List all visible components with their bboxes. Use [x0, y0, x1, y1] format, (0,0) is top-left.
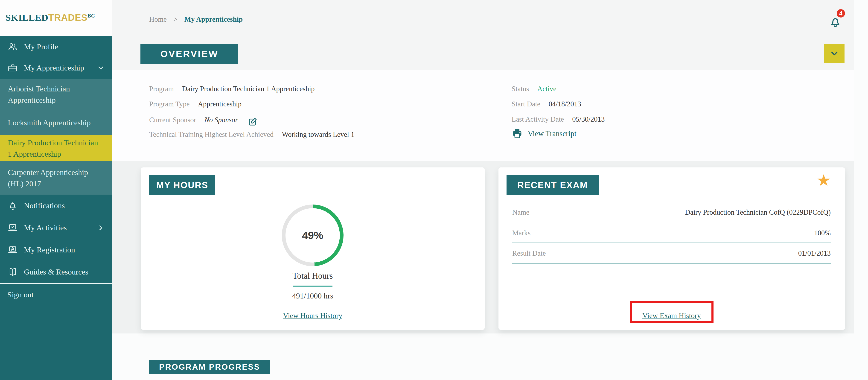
exam-result-date-value: 01/01/2013	[798, 249, 831, 258]
sidebar-item-dairy-active[interactable]: Dairy Production Technician 1 Apprentice…	[0, 135, 112, 161]
status-row: Status Active	[512, 85, 556, 93]
program-type-value: Apprenticeship	[198, 100, 241, 108]
total-hours-label: Total Hours	[244, 271, 382, 281]
notification-count-badge: 4	[837, 9, 845, 18]
program-type-row: Program Type Apprenticeship	[149, 100, 242, 108]
overview-section-title: OVERVIEW	[141, 44, 238, 64]
star-icon[interactable]: ★	[816, 172, 831, 188]
notifications-bell-button[interactable]: 4	[828, 9, 851, 31]
sidebar-label: My Profile	[24, 42, 58, 51]
chevron-right-icon	[97, 224, 105, 232]
sidebar-item-notifications[interactable]: Notifications	[0, 195, 112, 217]
sidebar-label: Notifications	[24, 201, 65, 210]
status-badge: Active	[537, 85, 557, 93]
technical-training-value: Working towards Level 1	[282, 130, 354, 139]
program-value: Dairy Production Technician 1 Apprentice…	[182, 85, 315, 93]
sidebar-item-guides-resources[interactable]: Guides & Resources	[0, 261, 112, 283]
sidebar-label: Locksmith Apprenticeship	[8, 117, 91, 128]
registration-icon	[7, 244, 18, 255]
overview-vertical-divider	[485, 81, 485, 144]
my-hours-title: MY HOURS	[149, 175, 215, 195]
collapse-section-button[interactable]	[824, 44, 844, 63]
exam-marks-label: Marks	[512, 229, 530, 237]
exam-result-date-label: Result Date	[512, 249, 546, 258]
exam-name-row: Name Dairy Production Technician CofQ (0…	[512, 207, 831, 217]
sidebar-item-my-apprenticeship[interactable]: My Apprenticeship	[0, 57, 112, 79]
last-activity-label: Last Activity Date	[512, 115, 564, 123]
exam-row-divider	[512, 242, 831, 243]
sidebar-label: Arborist Technician Apprenticeship	[8, 83, 104, 106]
apprenticeship-submenu: Arborist Technician Apprenticeship Locks…	[0, 79, 112, 195]
sidebar-label: Guides & Resources	[24, 268, 88, 276]
logo-trades: TRADES	[48, 12, 88, 23]
view-transcript-link[interactable]: View Transcript	[512, 128, 577, 139]
exam-row-divider	[512, 222, 831, 222]
sidebar-label: Carpenter Apprenticeship (HL) 2017	[8, 167, 104, 189]
breadcrumb-current: My Apprenticeship	[184, 15, 243, 23]
program-label: Program	[149, 85, 174, 93]
chevron-down-icon	[97, 64, 105, 72]
logo[interactable]: SKILLEDTRADESBC	[0, 0, 112, 36]
sidebar-item-arborist[interactable]: Arborist Technician Apprenticeship	[0, 79, 112, 110]
current-sponsor-label: Current Sponsor	[149, 116, 196, 124]
chevron-down-icon	[829, 48, 839, 58]
activities-icon	[7, 223, 18, 233]
logo-bc: BC	[88, 13, 95, 19]
last-activity-value: 05/30/2013	[572, 115, 604, 123]
technical-training-label: Technical Training Highest Level Achieve…	[149, 130, 274, 139]
book-icon	[7, 267, 18, 277]
last-activity-row: Last Activity Date 05/30/2013	[512, 115, 605, 123]
hours-donut-chart: 49%	[282, 205, 343, 266]
portal-page: SKILLEDTRADESBC My Profile My Apprentice…	[0, 0, 868, 380]
sidebar-label: Sign out	[7, 290, 34, 299]
edit-sponsor-icon[interactable]	[248, 117, 257, 127]
hours-percent: 49%	[285, 208, 340, 263]
printer-icon	[512, 128, 523, 139]
logo-text: SKILLEDTRADESBC	[5, 12, 95, 23]
breadcrumb-separator: >	[174, 15, 178, 23]
sidebar-item-sign-out[interactable]: Sign out	[0, 284, 112, 305]
sidebar-item-my-activities[interactable]: My Activities	[0, 217, 112, 239]
current-sponsor-value: No Sponsor	[205, 116, 238, 124]
sidebar-item-my-profile[interactable]: My Profile	[0, 36, 112, 57]
sidebar-label: My Registration	[24, 245, 75, 254]
sidebar-item-carpenter[interactable]: Carpenter Apprenticeship (HL) 2017	[0, 161, 112, 195]
sidebar-label: Dairy Production Technician 1 Apprentice…	[8, 137, 104, 159]
exam-result-date-row: Result Date 01/01/2013	[512, 248, 831, 258]
logo-skilled: SKILLED	[5, 12, 48, 23]
view-transcript-label: View Transcript	[528, 129, 577, 138]
current-sponsor-row: Current Sponsor No Sponsor	[149, 115, 257, 125]
profile-icon	[7, 41, 18, 52]
recent-exam-title: RECENT EXAM	[506, 175, 599, 195]
bell-icon	[7, 200, 18, 211]
breadcrumb-home-link[interactable]: Home	[149, 15, 167, 23]
technical-training-row: Technical Training Highest Level Achieve…	[149, 130, 354, 139]
start-date-label: Start Date	[512, 100, 540, 108]
start-date-value: 04/18/2013	[549, 100, 581, 108]
view-hours-history-link[interactable]: View Hours History	[244, 311, 382, 320]
sidebar-label: My Activities	[24, 224, 67, 232]
annotation-highlight-box	[630, 301, 714, 323]
program-type-label: Program Type	[149, 100, 189, 108]
exam-row-divider	[512, 263, 831, 264]
exam-name-label: Name	[512, 208, 529, 216]
exam-marks-row: Marks 100%	[512, 228, 831, 238]
status-label: Status	[512, 85, 529, 93]
sidebar-label: My Apprenticeship	[24, 64, 84, 72]
program-row: Program Dairy Production Technician 1 Ap…	[149, 85, 315, 93]
program-progress-title: PROGRAM PROGRESS	[149, 360, 270, 374]
sidebar: SKILLEDTRADESBC My Profile My Apprentice…	[0, 0, 112, 380]
start-date-row: Start Date 04/18/2013	[512, 100, 581, 108]
breadcrumb: Home > My Apprenticeship	[149, 15, 243, 24]
sidebar-item-locksmith[interactable]: Locksmith Apprenticeship	[0, 110, 112, 135]
exam-name-value: Dairy Production Technician CofQ (0229DP…	[685, 208, 831, 216]
total-hours-rule	[293, 286, 333, 287]
sidebar-item-my-registration[interactable]: My Registration	[0, 239, 112, 261]
exam-marks-value: 100%	[814, 229, 831, 237]
total-hours-fraction: 491/1000 hrs	[244, 292, 382, 300]
briefcase-icon	[7, 63, 18, 73]
